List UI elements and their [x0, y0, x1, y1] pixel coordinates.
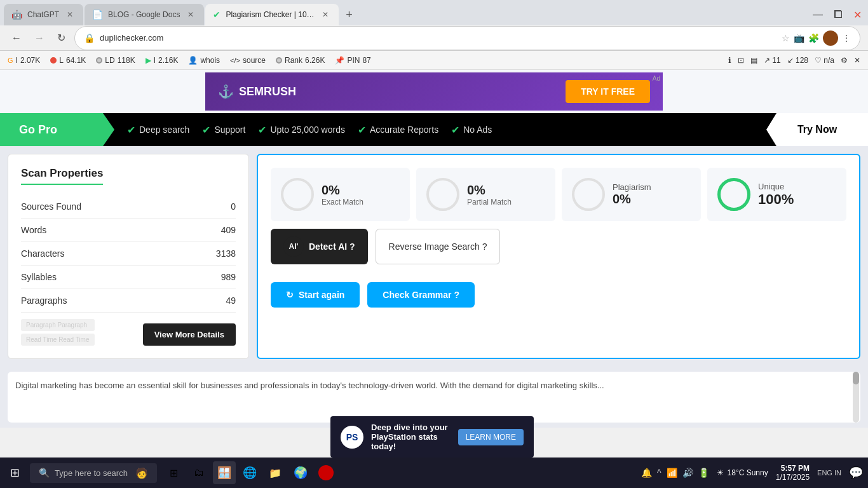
- tab2-close[interactable]: ✕: [185, 9, 196, 20]
- gopro-feature-deep-search: ✔ Deep search: [127, 124, 189, 136]
- profile-avatar[interactable]: [823, 30, 838, 46]
- tray-battery-icon[interactable]: 🔋: [698, 468, 709, 478]
- check-grammar-button[interactable]: Check Grammar ?: [367, 282, 475, 308]
- seo-item-source[interactable]: </> source: [230, 56, 266, 65]
- seo-source-label: source: [243, 56, 266, 65]
- minimize-button[interactable]: —: [810, 6, 825, 23]
- plagiarism-card: Plagiarism 0%: [562, 168, 701, 221]
- extensions-icon[interactable]: 🧩: [808, 33, 819, 43]
- seo-i-label: I: [16, 56, 18, 65]
- taskbar-search[interactable]: 🔍 Type here to search 🧑: [30, 463, 157, 483]
- seo-item-rank[interactable]: Rank 6.26K: [276, 56, 325, 65]
- seo-whois-icon: 👤: [188, 56, 198, 65]
- content-preview: Digital marketing has become an essentia…: [8, 372, 860, 423]
- seo-item-i[interactable]: G I 2.07K: [8, 56, 40, 65]
- maximize-button[interactable]: ⧠: [831, 6, 846, 23]
- new-tab-button[interactable]: +: [340, 6, 358, 24]
- ps-logo-icon: PS: [341, 426, 363, 449]
- back-button[interactable]: ←: [8, 30, 25, 46]
- cast-icon[interactable]: 📺: [794, 33, 804, 43]
- seo-l-label: L: [59, 56, 64, 65]
- seo-l-value: 64.1K: [66, 56, 86, 65]
- seo-right-icons: ℹ ⊡ ▤ ↗ 11 ↙ 128 ♡ n/a ⚙ ✕: [728, 56, 860, 65]
- result-actions-row: AI' Detect AI ? Reverse Image Search ?: [271, 229, 846, 264]
- start-button[interactable]: ⊞: [5, 463, 25, 482]
- scan-footer-text2: Read Time Read Time: [21, 334, 95, 346]
- seo-list-icon[interactable]: ▤: [750, 56, 757, 65]
- seo-close-icon[interactable]: ✕: [854, 56, 860, 65]
- scan-row-paragraphs: Paragraphs 49: [21, 289, 236, 313]
- tab3-close[interactable]: ✕: [320, 9, 331, 20]
- seo-links-out[interactable]: ↗ 11: [764, 56, 781, 65]
- tab3-label: Plagiarism Checker | 100% Free...: [226, 10, 315, 19]
- unique-circle: [717, 178, 750, 211]
- more-options-icon[interactable]: ⋮: [842, 33, 851, 43]
- seo-grid-icon[interactable]: ⊡: [738, 56, 744, 65]
- taskbar-apps-icon[interactable]: ⊞: [162, 461, 185, 484]
- results-row-matches: 0% Exact Match 0% Partial Match: [271, 168, 846, 221]
- learn-more-button[interactable]: LEARN MORE: [458, 429, 524, 445]
- bookmark-icon[interactable]: ☆: [782, 33, 790, 43]
- clock-date: 1/17/2025: [776, 473, 810, 482]
- try-now-button[interactable]: Try Now: [766, 113, 868, 146]
- gopro-feature-reports: ✔ Accurate Reports: [358, 124, 438, 136]
- ai-logo-icon: AI': [283, 236, 304, 257]
- taskbar-explorer-icon[interactable]: 📁: [264, 461, 287, 484]
- window-controls: — ⧠ ✕: [810, 6, 864, 24]
- seo-settings-icon[interactable]: ⚙: [841, 56, 848, 65]
- scan-sources-label: Sources Found: [21, 201, 81, 212]
- taskbar: ⊞ 🔍 Type here to search 🧑 ⊞ 🗂 🪟 🌐 📁 🌍 🔔 …: [0, 458, 868, 488]
- taskbar-right: 🔔 ^ 📶 🔊 🔋 ☀ 18°C Sunny 5:57 PM 1/17/2025…: [641, 464, 863, 482]
- scan-paragraphs-value: 49: [226, 295, 236, 306]
- tab-plagiarism[interactable]: ✔ Plagiarism Checker | 100% Free... ✕: [205, 4, 339, 25]
- scan-footer: Paragraph Paragraph Read Time Read Time …: [21, 319, 236, 346]
- gopro-feature-support: ✔ Support: [202, 124, 245, 136]
- view-more-button[interactable]: View More Details: [143, 323, 236, 346]
- taskbar-multiview-icon[interactable]: 🗂: [187, 461, 210, 484]
- seo-item-ld[interactable]: LD 118K: [96, 56, 135, 65]
- main-area: Scan Properties Sources Found 0 Words 40…: [0, 146, 868, 367]
- scan-properties-panel: Scan Properties Sources Found 0 Words 40…: [8, 154, 249, 359]
- tab1-label: ChatGPT: [27, 10, 59, 19]
- refresh-button[interactable]: ↻: [53, 29, 69, 46]
- url-bar[interactable]: 🔒 duplichecker.com ☆ 📺 🧩 ⋮: [74, 26, 860, 50]
- seo-info-icon[interactable]: ℹ: [728, 56, 731, 65]
- seo-heart-icon[interactable]: ♡ n/a: [815, 56, 834, 65]
- seo-i-icon: G: [8, 57, 13, 64]
- gopro-button[interactable]: Go Pro: [0, 113, 114, 146]
- lock-icon: 🔒: [84, 33, 95, 43]
- taskbar-windows-icon[interactable]: 🪟: [213, 461, 236, 484]
- plagiarism-pct: 0%: [613, 192, 651, 207]
- unique-label: Unique: [758, 182, 794, 191]
- scan-words-value: 409: [221, 225, 236, 235]
- scan-syllables-value: 989: [221, 272, 236, 282]
- seo-item-i2[interactable]: ▶ I 2.16K: [146, 56, 179, 65]
- gopro-bar: Go Pro ✔ Deep search ✔ Support ✔ Upto 25…: [0, 113, 868, 146]
- tab1-close[interactable]: ✕: [64, 9, 76, 20]
- notification-center-icon[interactable]: 💬: [849, 466, 863, 480]
- address-bar-icons: ☆ 📺 🧩 ⋮: [782, 30, 851, 46]
- tray-arrow-icon[interactable]: ^: [657, 468, 661, 478]
- tab-chatgpt[interactable]: 🤖 ChatGPT ✕: [4, 4, 83, 25]
- ad-try-button[interactable]: TRY IT FREE: [566, 80, 650, 103]
- tray-network-icon[interactable]: 📶: [667, 468, 677, 478]
- taskbar-chrome-icon[interactable]: 🌍: [289, 461, 312, 484]
- detect-ai-label: Detect AI ?: [309, 241, 355, 252]
- start-again-button[interactable]: ↻ Start again: [271, 282, 360, 308]
- page-content: ⚓ SEMRUSH TRY IT FREE Ad Go Pro ✔ Deep s…: [0, 70, 868, 428]
- forward-button[interactable]: →: [31, 30, 48, 46]
- seo-links-in[interactable]: ↙ 128: [787, 56, 808, 65]
- tab-googledocs[interactable]: 📄 BLOG - Google Docs ✕: [85, 4, 204, 25]
- seo-item-l[interactable]: L 64.1K: [50, 56, 86, 65]
- tray-notification-icon[interactable]: 🔔: [641, 468, 652, 478]
- seo-item-whois[interactable]: 👤 whois: [188, 56, 220, 65]
- tray-sound-icon[interactable]: 🔊: [682, 468, 693, 478]
- scroll-thumb[interactable]: [853, 372, 859, 384]
- close-button[interactable]: ✕: [851, 6, 864, 24]
- seo-item-pin[interactable]: 📌 PIN 87: [335, 56, 370, 65]
- detect-ai-button[interactable]: AI' Detect AI ?: [271, 229, 368, 264]
- taskbar-edge-icon[interactable]: 🌐: [238, 461, 261, 484]
- gopro-feature-noads: ✔ No Ads: [451, 124, 492, 136]
- taskbar-misc-icon[interactable]: [315, 461, 337, 484]
- reverse-image-button[interactable]: Reverse Image Search ?: [376, 229, 501, 264]
